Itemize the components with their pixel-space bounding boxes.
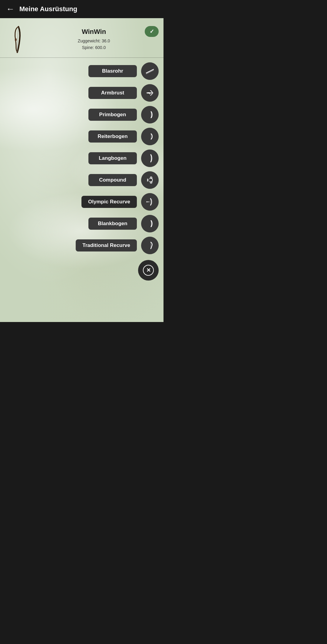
cloud-sync-icon xyxy=(145,26,159,37)
traditional-recurve-icon[interactable] xyxy=(141,237,159,254)
back-button[interactable]: ← xyxy=(6,5,15,13)
langbogen-icon[interactable] xyxy=(141,150,159,167)
page-title: Meine Ausrüstung xyxy=(19,5,77,13)
blasrohr-button[interactable]: Blasrohr xyxy=(88,65,137,77)
compound-button[interactable]: Compound xyxy=(88,174,137,186)
close-button-row: ✕ xyxy=(0,258,164,283)
bow-name: WinWin xyxy=(30,28,157,36)
list-item: Blasrohr xyxy=(0,60,164,82)
bow-details: WinWin Zuggewicht: 36.0 Spine: 600.0 xyxy=(27,28,157,51)
svg-line-2 xyxy=(146,69,154,73)
close-button[interactable]: ✕ xyxy=(138,260,159,281)
list-item: Compound xyxy=(0,169,164,191)
bow-image xyxy=(3,24,27,54)
list-item: Armbrust xyxy=(0,82,164,104)
langbogen-button[interactable]: Langbogen xyxy=(88,152,137,164)
blasrohr-icon[interactable] xyxy=(141,62,159,80)
primbogen-icon[interactable] xyxy=(141,106,159,123)
compound-icon[interactable] xyxy=(141,171,159,189)
svg-line-12 xyxy=(147,178,151,180)
main-content: WinWin Zuggewicht: 36.0 Spine: 600.0 Bla… xyxy=(0,18,164,322)
svg-line-13 xyxy=(147,180,151,182)
divider xyxy=(0,58,164,58)
reiterbogen-button[interactable]: Reiterbogen xyxy=(88,130,137,143)
list-item: Langbogen xyxy=(0,147,164,169)
armbrust-button[interactable]: Armbrust xyxy=(88,87,137,99)
reiterbogen-icon[interactable] xyxy=(141,128,159,145)
list-item: Traditional Recurve xyxy=(0,235,164,256)
primbogen-button[interactable]: Primbogen xyxy=(88,109,137,121)
list-item: Olympic Recurve xyxy=(0,191,164,213)
blankbogen-button[interactable]: Blankbogen xyxy=(88,218,137,230)
olympic-recurve-button[interactable]: Olympic Recurve xyxy=(81,196,137,208)
equipment-list: Blasrohr Armbrust xyxy=(0,59,164,258)
close-icon: ✕ xyxy=(143,265,154,276)
bow-zuggewicht: Zuggewicht: 36.0 xyxy=(30,38,157,44)
header: ← Meine Ausrüstung xyxy=(0,0,164,18)
list-item: Reiterbogen xyxy=(0,126,164,147)
svg-rect-1 xyxy=(15,38,17,41)
armbrust-icon[interactable] xyxy=(141,84,159,102)
list-item: Blankbogen xyxy=(0,213,164,235)
olympic-recurve-icon[interactable] xyxy=(141,193,159,211)
list-item: Primbogen xyxy=(0,104,164,126)
blankbogen-icon[interactable] xyxy=(141,215,159,232)
bow-info-card: WinWin Zuggewicht: 36.0 Spine: 600.0 xyxy=(0,21,164,58)
bow-spine: Spine: 600.0 xyxy=(30,44,157,51)
traditional-recurve-button[interactable]: Traditional Recurve xyxy=(76,239,137,251)
svg-point-17 xyxy=(146,201,147,202)
svg-rect-5 xyxy=(147,92,150,94)
